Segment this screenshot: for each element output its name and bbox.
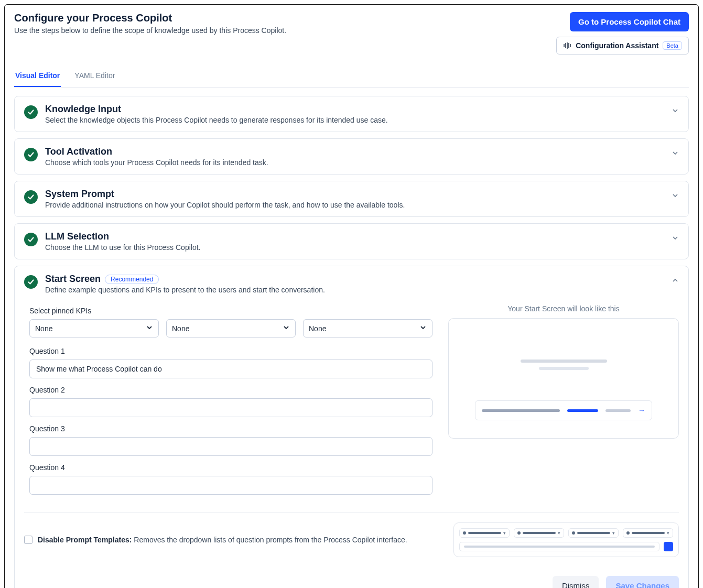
section-llm-text: LLM Selection Choose the LLM to use for … — [45, 231, 664, 252]
header-buttons: Go to Process Copilot Chat Configuration… — [556, 12, 689, 55]
divider — [24, 513, 679, 513]
question-3-label: Question 3 — [29, 424, 432, 433]
section-start-title-text: Start Screen — [45, 274, 101, 285]
mini-select: ▾ — [568, 528, 619, 538]
kpi-select-3-value: None — [309, 324, 326, 333]
recommended-badge: Recommended — [105, 275, 159, 284]
section-system-prompt: System Prompt Provide additional instruc… — [14, 181, 689, 217]
disable-templates-label: Disable Prompt Templates: — [38, 536, 132, 544]
templates-preview: ▾ ▾ ▾ ▾ — [453, 522, 679, 557]
tab-visual-editor[interactable]: Visual Editor — [14, 66, 61, 87]
chevron-up-icon — [672, 277, 679, 286]
skeleton-line — [605, 409, 631, 412]
question-2-label: Question 2 — [29, 386, 432, 394]
start-screen-body: Select pinned KPIs None None None — [24, 304, 679, 502]
config-page: Configure your Process Copilot Use the s… — [4, 4, 699, 588]
section-tool-toggle[interactable]: Tool Activation Choose which tools your … — [24, 146, 679, 167]
mini-select: ▾ — [623, 528, 673, 538]
check-icon — [24, 190, 38, 204]
section-system-title: System Prompt — [45, 189, 664, 200]
kpi-select-2-value: None — [172, 324, 189, 333]
chevron-down-icon — [672, 192, 679, 201]
section-tool-text: Tool Activation Choose which tools your … — [45, 146, 664, 167]
sections: Knowledge Input Select the knowledge obj… — [14, 96, 689, 588]
mini-send-button — [664, 542, 673, 551]
chevron-down-icon — [283, 324, 290, 333]
kpi-select-row: None None None — [29, 319, 432, 337]
section-llm-desc: Choose the LLM to use for this Process C… — [45, 243, 664, 252]
mini-input — [459, 542, 659, 551]
check-icon — [24, 233, 38, 246]
section-llm-selection: LLM Selection Choose the LLM to use for … — [14, 223, 689, 259]
section-system-toggle[interactable]: System Prompt Provide additional instruc… — [24, 189, 679, 209]
section-start-screen: Start Screen Recommended Define example … — [14, 266, 689, 588]
skeleton-line — [539, 367, 589, 370]
section-start-desc: Define example questions and KPIs to pre… — [45, 286, 664, 294]
question-4-input[interactable] — [29, 476, 432, 495]
check-icon — [24, 105, 38, 119]
save-changes-button[interactable]: Save Changes — [606, 576, 679, 588]
section-llm-toggle[interactable]: LLM Selection Choose the LLM to use for … — [24, 231, 679, 252]
section-knowledge-input: Knowledge Input Select the knowledge obj… — [14, 96, 689, 132]
disable-templates-text: Disable Prompt Templates: Removes the dr… — [38, 536, 407, 544]
question-4-label: Question 4 — [29, 463, 432, 472]
preview-input-row: → — [475, 400, 652, 420]
question-1-label: Question 1 — [29, 347, 432, 355]
header-text: Configure your Process Copilot Use the s… — [14, 12, 286, 35]
go-to-chat-button[interactable]: Go to Process Copilot Chat — [570, 12, 689, 31]
beta-badge: Beta — [663, 41, 682, 50]
assistant-icon — [563, 41, 571, 50]
section-start-toggle[interactable]: Start Screen Recommended Define example … — [24, 274, 679, 294]
kpi-select-1[interactable]: None — [29, 319, 159, 337]
disable-templates-row: Disable Prompt Templates: Removes the dr… — [24, 522, 679, 557]
disable-templates-checkbox[interactable] — [24, 536, 33, 544]
chevron-down-icon — [672, 107, 679, 116]
question-4-group: Question 4 — [29, 463, 432, 495]
tab-yaml-editor[interactable]: YAML Editor — [73, 66, 116, 87]
section-start-text: Start Screen Recommended Define example … — [45, 274, 664, 294]
section-tool-activation: Tool Activation Choose which tools your … — [14, 138, 689, 175]
question-3-input[interactable] — [29, 437, 432, 456]
question-1-input[interactable] — [29, 360, 432, 378]
mini-select: ▾ — [514, 528, 564, 538]
arrow-right-icon: → — [638, 406, 645, 415]
section-knowledge-title: Knowledge Input — [45, 104, 664, 115]
section-llm-title: LLM Selection — [45, 231, 664, 242]
check-icon — [24, 275, 38, 289]
question-2-group: Question 2 — [29, 386, 432, 417]
section-knowledge-toggle[interactable]: Knowledge Input Select the knowledge obj… — [24, 104, 679, 124]
section-system-text: System Prompt Provide additional instruc… — [45, 189, 664, 209]
preview-label: Your Start Screen will look like this — [448, 304, 679, 313]
dismiss-button[interactable]: Dismiss — [553, 576, 599, 588]
section-tool-title: Tool Activation — [45, 146, 664, 157]
chevron-down-icon — [672, 149, 679, 159]
mini-select: ▾ — [459, 528, 510, 538]
question-1-group: Question 1 — [29, 347, 432, 378]
config-assistant-label: Configuration Assistant — [576, 41, 658, 50]
section-knowledge-desc: Select the knowledge objects this Proces… — [45, 116, 664, 124]
question-3-group: Question 3 — [29, 424, 432, 456]
editor-tabs: Visual Editor YAML Editor — [14, 66, 689, 88]
page-title: Configure your Process Copilot — [14, 12, 286, 24]
start-screen-form: Select pinned KPIs None None None — [29, 304, 432, 502]
page-subtitle: Use the steps below to define the scope … — [14, 26, 286, 35]
skeleton-line — [482, 409, 560, 412]
header: Configure your Process Copilot Use the s… — [14, 12, 689, 55]
chevron-down-icon — [672, 234, 679, 244]
kpi-select-1-value: None — [35, 324, 52, 333]
check-icon — [24, 148, 38, 161]
question-2-input[interactable] — [29, 398, 432, 417]
start-screen-preview: Your Start Screen will look like this → — [448, 304, 679, 502]
section-system-desc: Provide additional instructions on how y… — [45, 201, 664, 209]
skeleton-line — [567, 409, 599, 412]
config-assistant-button[interactable]: Configuration Assistant Beta — [556, 37, 689, 55]
section-tool-desc: Choose which tools your Process Copilot … — [45, 158, 664, 167]
footer-buttons: Dismiss Save Changes — [24, 576, 679, 588]
kpi-select-3[interactable]: None — [303, 319, 432, 337]
chevron-down-icon — [419, 324, 427, 333]
section-start-title: Start Screen Recommended — [45, 274, 664, 285]
section-knowledge-text: Knowledge Input Select the knowledge obj… — [45, 104, 664, 124]
disable-templates-desc: Removes the dropdown lists of question p… — [134, 536, 407, 544]
disable-templates-left: Disable Prompt Templates: Removes the dr… — [24, 536, 407, 544]
kpi-select-2[interactable]: None — [166, 319, 296, 337]
